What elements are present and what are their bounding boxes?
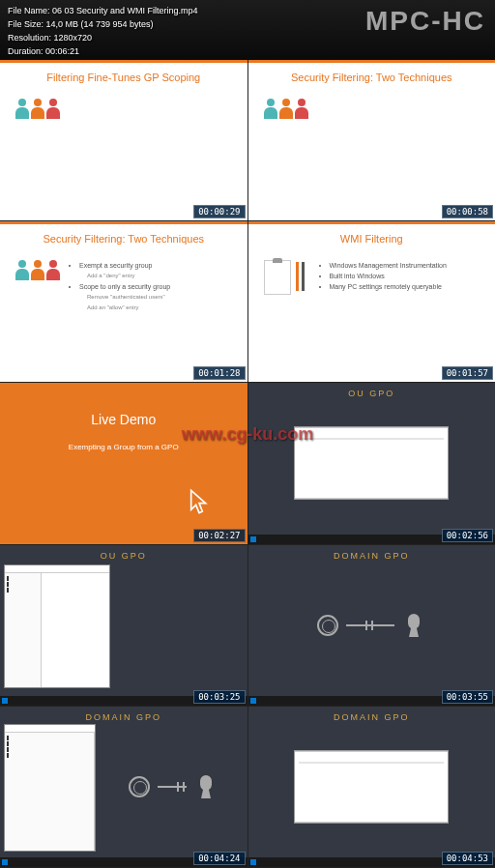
gpmc-window — [4, 724, 96, 852]
gpo-label: OU GPO — [101, 551, 147, 561]
thumb-4[interactable]: Live Demo Exempting a Group from a GPO 0… — [0, 383, 248, 543]
window-split — [5, 573, 109, 687]
timestamp: 00:03:55 — [442, 690, 493, 704]
bullet-list: Windows Management Instrumentation Built… — [322, 260, 447, 292]
tree-item — [7, 741, 92, 746]
bulb-icon — [317, 615, 338, 636]
app-title: MPC-HC — [365, 6, 485, 37]
slide-body: Exempt a security group Add a "deny" ent… — [0, 252, 248, 321]
pen-icon — [296, 262, 299, 291]
thumb-3[interactable]: WMI Filtering Windows Management Instrum… — [248, 221, 496, 382]
people-icons — [264, 99, 308, 120]
person-icon — [279, 99, 293, 120]
window-titlebar — [5, 725, 95, 733]
panel-toolbar — [299, 432, 444, 440]
thumb-8[interactable]: DOMAIN GPO 00:04:24 — [0, 707, 248, 867]
window-titlebar — [5, 565, 109, 573]
slide-title: Security Filtering: Two Techniques — [0, 221, 248, 252]
bullet-sub: Add a "deny" entry — [87, 271, 170, 281]
person-icon — [46, 99, 60, 120]
gpmc-window — [4, 564, 110, 688]
timestamp: 00:04:24 — [193, 852, 245, 865]
duration-line: Duration: 00:06:21 — [8, 44, 487, 58]
file-size-label: File Size: — [8, 19, 44, 29]
slide-title: Filtering Fine-Tunes GP Scoping — [0, 60, 248, 91]
timestamp: 00:01:28 — [193, 366, 245, 380]
bullet-sub: Add an "allow" entry — [87, 303, 170, 313]
person-icon — [264, 99, 277, 120]
thumb-7[interactable]: DOMAIN GPO 00:03:55 — [248, 545, 496, 706]
thumb-9[interactable]: DOMAIN GPO 00:04:53 — [248, 707, 496, 867]
people-icons — [15, 99, 60, 120]
tree-item — [7, 747, 92, 752]
timestamp: 00:02:27 — [193, 529, 245, 542]
slide-title: WMI Filtering — [248, 221, 496, 252]
thumb-5[interactable]: OU GPO 00:02:56 — [248, 383, 496, 543]
thumbnail-grid: Filtering Fine-Tunes GP Scoping 00:00:29… — [0, 60, 495, 868]
gpmc-panel — [294, 750, 449, 823]
tree-pane — [5, 573, 42, 687]
person-icon — [15, 99, 29, 120]
bullet: Exempt a security group — [79, 260, 170, 271]
file-size-value: 14,0 MB (14 739 954 bytes) — [46, 19, 154, 29]
tree-item — [7, 753, 92, 758]
file-name-label: File Name: — [8, 6, 50, 15]
details-pane — [42, 573, 109, 687]
thumb-1[interactable]: Security Filtering: Two Techniques 00:00… — [248, 60, 496, 220]
duration-value: 00:06:21 — [45, 46, 79, 56]
tree-item — [7, 736, 92, 740]
timestamp: 00:04:53 — [442, 852, 493, 865]
file-name-value: 06 03 Security and WMI Filtering.mp4 — [52, 6, 198, 15]
timestamp: 00:03:25 — [193, 690, 245, 704]
thumb-0[interactable]: Filtering Fine-Tunes GP Scoping 00:00:29 — [0, 60, 248, 220]
people-icons — [15, 260, 60, 281]
bullet-sub: Remove "authenticated users" — [87, 292, 170, 303]
resolution-label: Resolution: — [8, 33, 51, 43]
person-icon — [31, 99, 44, 120]
user-head-icon — [194, 773, 218, 800]
gpo-label: DOMAIN GPO — [85, 712, 161, 722]
gpo-label: DOMAIN GPO — [334, 712, 410, 722]
accent-bar — [248, 221, 496, 224]
clipboard-wrap — [264, 260, 291, 295]
resolution-value: 1280x720 — [54, 33, 93, 43]
bullet: Scope to only a security group — [79, 281, 170, 292]
user-head-icon — [402, 612, 425, 639]
gpo-label: OU GPO — [348, 389, 394, 398]
tree-pane — [5, 733, 95, 851]
timestamp: 00:00:58 — [442, 205, 493, 218]
accent-bar — [0, 221, 248, 224]
person-icon — [15, 260, 29, 281]
person-icon — [46, 260, 60, 281]
info-header: File Name: 06 03 Security and WMI Filter… — [0, 0, 495, 60]
duration-label: Duration: — [8, 46, 44, 56]
connection-line — [158, 786, 187, 788]
slide-body — [248, 91, 496, 128]
clipboard-icon — [264, 260, 291, 295]
slide-body — [0, 91, 248, 128]
bullet: Built into Windows — [330, 271, 447, 281]
accent-bar — [248, 60, 496, 63]
accent-bar — [0, 60, 248, 63]
tree-item — [7, 582, 39, 587]
thumb-2[interactable]: Security Filtering: Two Techniques Exemp… — [0, 221, 248, 382]
panel-toolbar — [299, 755, 444, 763]
slide-title: Security Filtering: Two Techniques — [248, 60, 496, 91]
timestamp: 00:01:57 — [442, 366, 493, 380]
concept-graphic — [129, 773, 218, 800]
bullet-list: Exempt a security group Add a "deny" ent… — [72, 260, 170, 313]
concept-graphic — [317, 612, 425, 639]
cursor-icon — [189, 488, 209, 515]
person-icon — [31, 260, 44, 281]
thumb-6[interactable]: OU GPO 00:03:25 — [0, 545, 248, 706]
tree-item — [7, 576, 39, 581]
timestamp: 00:02:56 — [442, 529, 493, 542]
connection-line — [346, 624, 394, 626]
bullet: Many PC settings remotely queryable — [330, 281, 447, 292]
bulb-icon — [129, 776, 150, 797]
slide-body: Windows Management Instrumentation Built… — [248, 252, 496, 303]
gpo-label: DOMAIN GPO — [334, 551, 410, 561]
bullet: Windows Management Instrumentation — [330, 260, 447, 271]
person-icon — [295, 99, 308, 120]
live-demo-subtitle: Exempting a Group from a GPO — [0, 443, 248, 451]
